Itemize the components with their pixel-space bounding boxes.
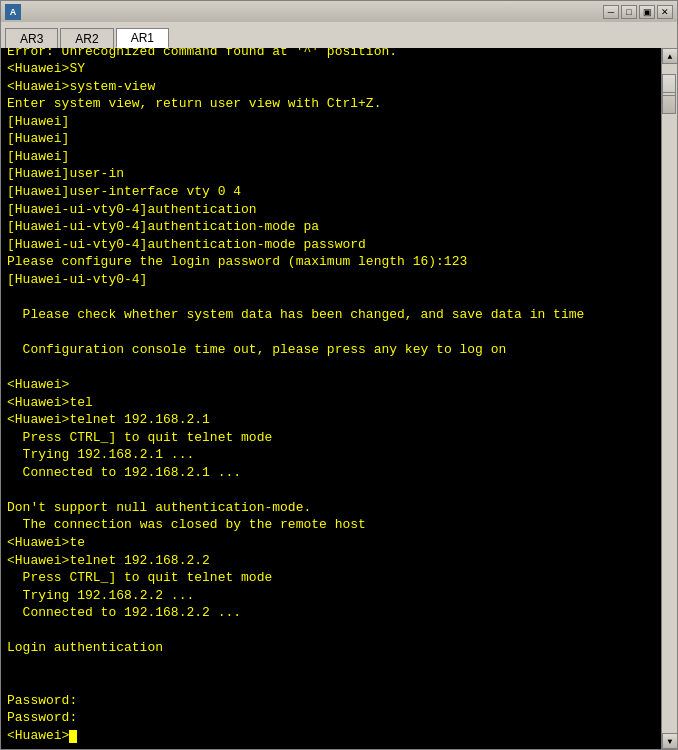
tab-bar: AR3 AR2 AR1 [0, 22, 678, 48]
terminal[interactable]: <Huawei>SSY <Huawei>SSY ^ Error: Unrecog… [1, 48, 661, 749]
tab-ar2[interactable]: AR2 [60, 28, 113, 48]
maximize-button[interactable]: ▣ [639, 5, 655, 19]
scroll-up-button[interactable]: ▲ [662, 48, 678, 64]
scroll-down-button[interactable]: ▼ [662, 733, 678, 749]
minimize-button[interactable]: ─ [603, 5, 619, 19]
scrollbar[interactable]: ▲ ▼ [661, 48, 677, 749]
title-bar: A ─ □ ▣ ✕ [0, 0, 678, 22]
scroll-grip [663, 92, 675, 96]
scroll-thumb[interactable] [662, 74, 676, 114]
restore-button[interactable]: □ [621, 5, 637, 19]
tab-ar1[interactable]: AR1 [116, 28, 169, 48]
title-bar-icon: A [5, 4, 21, 20]
scroll-track [662, 64, 677, 733]
tab-ar3[interactable]: AR3 [5, 28, 58, 48]
close-button[interactable]: ✕ [657, 5, 673, 19]
